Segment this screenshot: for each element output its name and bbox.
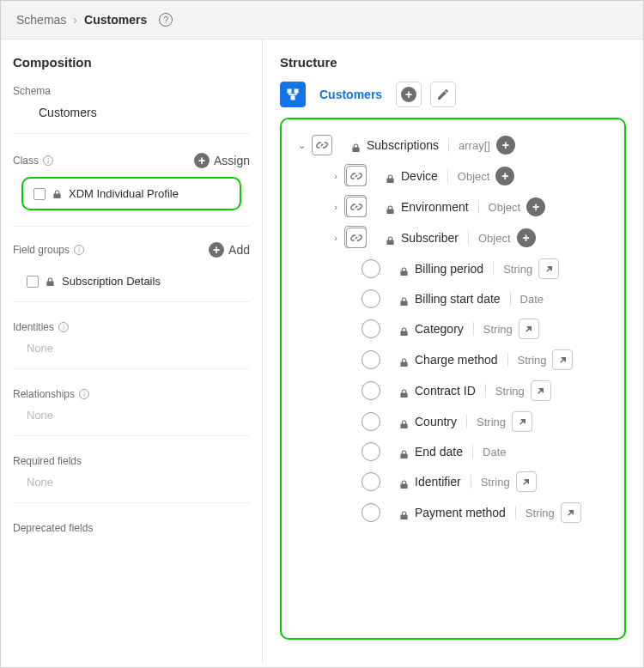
- field-name: Environment: [401, 200, 469, 214]
- field-name: Country: [415, 415, 457, 428]
- breadcrumb-current: Customers: [84, 13, 147, 27]
- chevron-right-icon[interactable]: ›: [331, 202, 340, 212]
- plus-icon: +: [194, 153, 210, 168]
- deprecated-section-label: Deprecated fields: [13, 522, 250, 534]
- enum-arrow-button[interactable]: [561, 502, 581, 523]
- structure-bar: Customers +: [280, 82, 626, 107]
- info-icon[interactable]: i: [79, 389, 89, 399]
- divider: [13, 226, 250, 227]
- required-section-label: Required fields: [13, 455, 250, 467]
- structure-view-button[interactable]: [280, 82, 306, 107]
- identities-none: None: [13, 333, 250, 369]
- field-type: String: [477, 416, 506, 428]
- enum-arrow-button[interactable]: [512, 411, 532, 432]
- field-type: String: [495, 385, 525, 398]
- fieldgroup-item-subscription[interactable]: Subscription Details: [13, 266, 250, 302]
- tree-row-subscriber[interactable]: › Subscriber Object +: [289, 222, 617, 253]
- tree-row-charge-method[interactable]: Charge method String: [289, 344, 617, 375]
- info-icon[interactable]: i: [58, 322, 69, 332]
- structure-panel: Structure Customers + ⌄ Subscriptions ar…: [263, 39, 643, 664]
- breadcrumb-parent[interactable]: Schemas: [16, 13, 66, 27]
- add-fieldgroup-button[interactable]: + Add: [209, 242, 250, 258]
- field-node-icon: [361, 442, 380, 461]
- field-name: Billing start date: [415, 292, 501, 306]
- lock-icon: [386, 203, 395, 212]
- add-label: Add: [228, 243, 250, 257]
- class-item-label: XDM Individual Profile: [69, 187, 179, 200]
- add-child-button[interactable]: +: [517, 228, 536, 247]
- fieldgroups-section-label: Field groups i: [13, 244, 84, 256]
- field-type: String: [503, 263, 532, 276]
- tree-row-country[interactable]: Country String: [289, 406, 617, 437]
- checkbox[interactable]: [33, 188, 46, 200]
- svg-rect-0: [288, 89, 291, 93]
- link-stack-icon: [346, 166, 367, 186]
- svg-rect-1: [295, 89, 298, 93]
- tree-row-subscriptions[interactable]: ⌄ Subscriptions array[] +: [289, 130, 617, 161]
- identities-section-label: Identities i: [13, 321, 250, 333]
- field-name: Subscriptions: [367, 138, 439, 152]
- lock-icon: [52, 189, 62, 198]
- field-node-icon: [361, 319, 380, 338]
- lock-icon: [399, 417, 409, 427]
- schema-section-label: Schema: [13, 85, 250, 97]
- help-icon[interactable]: ?: [159, 13, 173, 27]
- schema-name[interactable]: Customers: [13, 97, 250, 134]
- field-name: Identifier: [415, 475, 461, 489]
- tree-row-payment-method[interactable]: Payment method String: [289, 497, 617, 528]
- tree-row-end-date[interactable]: End date Date: [289, 437, 617, 466]
- tree-row-billing-start-date[interactable]: Billing start date Date: [289, 284, 617, 313]
- tree-row-device[interactable]: › Device Object +: [289, 161, 617, 191]
- link-icon: [312, 135, 332, 155]
- checkbox[interactable]: [27, 276, 39, 288]
- link-stack-icon: [346, 228, 367, 248]
- lock-icon: [386, 234, 395, 243]
- field-name: Category: [415, 322, 464, 336]
- enum-arrow-button[interactable]: [519, 319, 539, 339]
- breadcrumb-bar: Schemas › Customers ?: [1, 1, 643, 39]
- field-node-icon: [361, 289, 380, 308]
- enum-arrow-button[interactable]: [538, 258, 559, 279]
- tree-row-category[interactable]: Category String: [289, 313, 617, 344]
- tree-row-identifier[interactable]: Identifier String: [289, 466, 617, 497]
- add-child-button[interactable]: +: [496, 136, 515, 155]
- info-icon[interactable]: i: [74, 245, 84, 255]
- field-type: Date: [483, 446, 506, 458]
- enum-arrow-button[interactable]: [552, 349, 573, 370]
- edit-button[interactable]: [430, 82, 456, 107]
- tree-row-billing-period[interactable]: Billing period String: [289, 253, 617, 284]
- assign-class-button[interactable]: + Assign: [194, 153, 250, 168]
- field-type: Object: [478, 232, 511, 245]
- add-child-button[interactable]: +: [495, 167, 514, 185]
- field-type: Object: [489, 201, 521, 214]
- field-node-icon: [361, 503, 380, 522]
- lock-icon: [399, 295, 409, 304]
- field-type: Date: [520, 293, 544, 306]
- assign-label: Assign: [214, 154, 250, 167]
- chevron-right-icon[interactable]: ›: [331, 171, 340, 181]
- enum-arrow-button[interactable]: [531, 380, 551, 401]
- field-name: Subscriber: [401, 231, 459, 245]
- add-child-button[interactable]: +: [526, 197, 545, 216]
- tree-row-environment[interactable]: › Environment Object +: [289, 191, 617, 222]
- lock-icon: [351, 141, 361, 150]
- lock-icon: [399, 508, 409, 518]
- schema-link[interactable]: Customers: [319, 88, 382, 101]
- field-node-icon: [361, 350, 380, 369]
- chevron-down-icon[interactable]: ⌄: [297, 140, 306, 151]
- breadcrumb-separator: ›: [73, 13, 77, 27]
- svg-rect-2: [291, 96, 295, 100]
- field-name: Payment method: [415, 506, 506, 519]
- tree-row-contract-id[interactable]: Contract ID String: [289, 375, 617, 406]
- lock-icon: [399, 325, 409, 334]
- field-node-icon: [361, 412, 380, 431]
- field-name: Contract ID: [415, 384, 476, 398]
- tree-container: ⌄ Subscriptions array[] + › Device Objec…: [280, 118, 626, 640]
- add-field-button[interactable]: +: [396, 82, 422, 107]
- chevron-right-icon[interactable]: ›: [331, 233, 340, 243]
- class-item-xdm-profile[interactable]: XDM Individual Profile: [21, 177, 241, 210]
- enum-arrow-button[interactable]: [516, 471, 537, 492]
- info-icon[interactable]: i: [43, 155, 53, 166]
- relationships-section-label: Relationships i: [13, 388, 250, 400]
- field-type: array[]: [459, 139, 490, 152]
